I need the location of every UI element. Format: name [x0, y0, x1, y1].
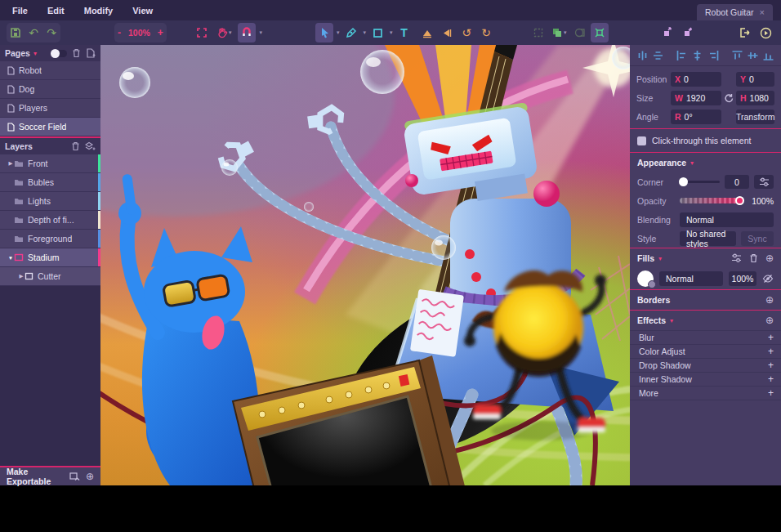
- fit-view-button[interactable]: [193, 23, 211, 42]
- hand-tool-caret[interactable]: ▾: [229, 29, 232, 36]
- menu-modify[interactable]: Modify: [84, 6, 113, 16]
- make-exportable-bar[interactable]: Make Exportable ⊕: [0, 466, 100, 485]
- style-dropdown[interactable]: No shared styles: [680, 231, 736, 246]
- pen-tool-button[interactable]: [342, 23, 360, 42]
- layer-item-depth-of-field[interactable]: Depth of fi...: [0, 211, 100, 230]
- visibility-off-icon[interactable]: [762, 274, 774, 284]
- transform-button[interactable]: Transform: [736, 110, 774, 124]
- appearance-header[interactable]: Appearance ▾: [630, 153, 781, 172]
- effect-item-more[interactable]: More +: [630, 386, 781, 400]
- rotate-ccw-button[interactable]: ↺: [457, 23, 475, 42]
- layer-item-front[interactable]: ▶ Front: [0, 154, 100, 173]
- hand-tool-button[interactable]: ▾: [214, 23, 234, 42]
- snap-tool-button[interactable]: [238, 23, 256, 42]
- redo-button[interactable]: ↷: [42, 23, 60, 42]
- fill-item-row[interactable]: Normal 100%: [630, 268, 781, 289]
- expander-icon[interactable]: ▼: [7, 255, 14, 261]
- close-tab-icon[interactable]: ×: [760, 7, 765, 17]
- align-left-icon[interactable]: [676, 50, 688, 61]
- sync-button[interactable]: Sync: [741, 231, 774, 246]
- pen-tool-caret[interactable]: ▾: [364, 29, 367, 36]
- delete-page-icon[interactable]: [72, 48, 81, 58]
- layer-item-lights[interactable]: Lights: [0, 192, 100, 211]
- fill-color-swatch[interactable]: [637, 270, 654, 287]
- click-through-checkbox[interactable]: [637, 136, 646, 145]
- effects-header[interactable]: Effects ▾ ⊕: [630, 311, 781, 330]
- add-export-icon[interactable]: ⊕: [86, 472, 94, 481]
- appearance-caret-icon[interactable]: ▾: [690, 159, 694, 167]
- export-button[interactable]: [735, 23, 753, 42]
- rotation-input[interactable]: R 0°: [671, 110, 721, 124]
- layer-item-stadium[interactable]: ▼ Stadium: [0, 248, 100, 267]
- pages-caret-icon[interactable]: ▾: [33, 50, 37, 57]
- height-input[interactable]: H 1080: [736, 91, 774, 105]
- preview-button[interactable]: [756, 23, 774, 42]
- zoom-out-button[interactable]: -: [114, 27, 124, 38]
- add-page-icon[interactable]: [86, 48, 96, 58]
- align-center-vertical-icon[interactable]: [691, 50, 703, 61]
- delete-layer-icon[interactable]: [71, 141, 80, 151]
- corner-slider-knob[interactable]: [679, 177, 688, 186]
- add-blur-icon[interactable]: +: [768, 332, 774, 343]
- distribute-vertical-icon[interactable]: [652, 50, 664, 61]
- blending-dropdown[interactable]: Normal: [680, 212, 774, 227]
- distribute-horizontal-icon[interactable]: [636, 50, 649, 61]
- arrange-button[interactable]: [591, 23, 609, 42]
- page-item-robot[interactable]: Robot: [0, 61, 100, 80]
- pages-toggle[interactable]: [51, 50, 67, 57]
- undo-button[interactable]: ↶: [25, 23, 42, 42]
- flip-vertical-button[interactable]: [418, 23, 436, 42]
- pointer-tool-caret[interactable]: ▾: [337, 29, 340, 36]
- x-input[interactable]: X 0: [671, 72, 721, 87]
- opacity-slider[interactable]: [680, 198, 743, 203]
- layer-item-bubles[interactable]: Bubles: [0, 173, 100, 192]
- export-slice-icon[interactable]: [69, 472, 80, 481]
- menu-edit[interactable]: Edit: [47, 6, 65, 16]
- add-drop-shadow-icon[interactable]: +: [768, 360, 774, 371]
- mask-button[interactable]: [571, 23, 589, 42]
- fills-header[interactable]: Fills ▾ ⊕: [630, 248, 781, 268]
- boolean-caret[interactable]: ▾: [564, 29, 567, 36]
- page-item-soccer-field[interactable]: Soccer Field: [0, 118, 100, 136]
- corner-value[interactable]: 0: [725, 175, 749, 189]
- canvas-viewport[interactable]: [100, 45, 630, 485]
- add-color-adjust-icon[interactable]: +: [768, 346, 774, 357]
- y-input[interactable]: Y 0: [736, 72, 774, 87]
- effect-item-drop-shadow[interactable]: Drop Shadow +: [630, 358, 781, 372]
- corner-options-button[interactable]: [754, 175, 774, 189]
- fills-caret-icon[interactable]: ▾: [658, 255, 662, 262]
- menu-file[interactable]: File: [12, 6, 28, 16]
- add-inner-shadow-icon[interactable]: +: [768, 373, 774, 385]
- menu-view[interactable]: View: [132, 6, 153, 16]
- snap-tool-caret[interactable]: ▾: [260, 29, 263, 36]
- delete-fill-icon[interactable]: [749, 253, 758, 263]
- bring-forward-button[interactable]: [658, 23, 676, 42]
- opacity-slider-knob[interactable]: [735, 196, 744, 205]
- flip-horizontal-button[interactable]: [438, 23, 456, 42]
- free-transform-button[interactable]: [529, 23, 547, 42]
- add-border-icon[interactable]: ⊕: [765, 295, 774, 305]
- pointer-tool-button[interactable]: [315, 23, 333, 42]
- boolean-union-button[interactable]: ▾: [549, 23, 569, 42]
- page-item-players[interactable]: Players: [0, 99, 100, 118]
- add-effect-icon[interactable]: ⊕: [765, 315, 774, 325]
- effects-caret-icon[interactable]: ▾: [670, 317, 673, 324]
- click-through-row[interactable]: Click-through this element: [630, 129, 781, 152]
- add-more-effect-icon[interactable]: +: [768, 387, 774, 399]
- fill-opacity-value[interactable]: 100%: [729, 271, 756, 286]
- borders-header[interactable]: Borders ⊕: [630, 290, 781, 310]
- layer-item-cutter[interactable]: ▶ Cutter: [0, 267, 100, 286]
- lock-ratio-icon[interactable]: [724, 93, 734, 104]
- expander-icon[interactable]: ▶: [18, 273, 25, 279]
- add-layer-icon[interactable]: [85, 141, 96, 151]
- fill-blend-dropdown[interactable]: Normal: [659, 271, 723, 286]
- align-bottom-icon[interactable]: [762, 50, 774, 61]
- document-tab[interactable]: Robot Guitar ×: [697, 4, 773, 20]
- layer-item-foreground[interactable]: Foreground: [0, 230, 100, 248]
- expander-icon[interactable]: ▶: [7, 160, 14, 167]
- width-input[interactable]: W 1920: [671, 91, 721, 105]
- align-top-icon[interactable]: [731, 50, 743, 61]
- effect-item-blur[interactable]: Blur +: [630, 330, 781, 344]
- rotate-cw-button[interactable]: ↻: [477, 23, 495, 42]
- text-tool-button[interactable]: T: [395, 23, 413, 42]
